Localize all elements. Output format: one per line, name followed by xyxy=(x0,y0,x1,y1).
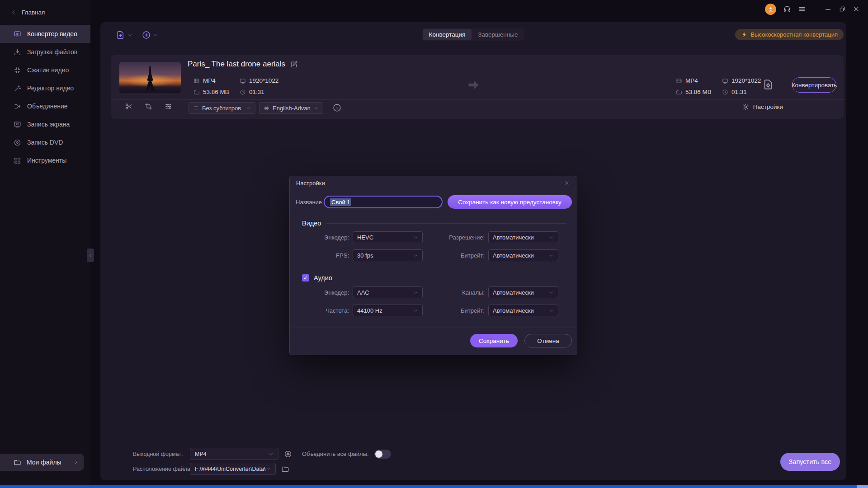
audio-channels-field: Каналы: Автоматически xyxy=(439,286,558,298)
audio-encoder-field: Энкодер: AAC xyxy=(304,286,423,298)
taskbar-strip-highlight xyxy=(857,485,868,488)
section-divider xyxy=(326,223,566,224)
select-value: 30 fps xyxy=(357,252,373,259)
format-settings-icon[interactable] xyxy=(284,450,292,458)
sidebar-my-files[interactable]: Мои файлы xyxy=(0,454,84,471)
chevron-right-icon xyxy=(73,460,79,465)
sidebar-item-video-editor[interactable]: Редактор видео xyxy=(0,79,90,97)
sidebar-item-toolbox[interactable]: Инструменты xyxy=(0,151,90,169)
user-avatar[interactable] xyxy=(765,4,776,15)
subtitle-value: Без субтитров xyxy=(202,105,241,112)
taskbar-strip xyxy=(0,485,868,488)
video-encoder-select[interactable]: HEVC xyxy=(353,231,423,243)
field-label: Разрешение: xyxy=(439,234,485,241)
back-label: Главная xyxy=(22,9,45,16)
merge-icon xyxy=(14,103,21,110)
audio-bitrate-select[interactable]: Автоматически xyxy=(488,305,558,316)
field-label: Энкодер: xyxy=(304,289,349,296)
minimize-icon[interactable] xyxy=(824,5,832,13)
duration-icon xyxy=(240,89,246,95)
output-format-select[interactable]: MP4 xyxy=(190,448,278,460)
chevron-down-icon xyxy=(549,290,554,295)
output-format-value: MP4 xyxy=(195,451,207,457)
sidebar-item-label: Сжатие видео xyxy=(27,66,69,74)
audio-channels-select[interactable]: Автоматически xyxy=(488,286,558,298)
source-meta: MP4 1920*1022 53.86 MB 01:31 xyxy=(193,75,278,98)
sidebar: Главная Конвертер видео Загрузка файлов … xyxy=(0,0,90,488)
preset-name-input[interactable]: Свой 1 xyxy=(324,196,443,208)
card-divider xyxy=(111,99,844,100)
tab-finished[interactable]: Завершенные xyxy=(472,29,524,40)
convert-direction-arrow-icon xyxy=(466,78,481,92)
subtitle-icon xyxy=(193,105,199,111)
video-bitrate-select[interactable]: Автоматически xyxy=(488,249,558,261)
card-settings-button[interactable]: Настройки xyxy=(742,103,783,111)
dialog-close-icon[interactable] xyxy=(564,180,571,186)
merge-all-toggle[interactable] xyxy=(374,450,391,459)
output-duration: 01:31 xyxy=(731,89,747,95)
folder-icon xyxy=(14,459,21,466)
video-thumbnail[interactable] xyxy=(119,62,181,93)
my-files-label: Мои файлы xyxy=(27,459,61,466)
audio-samplerate-field: Частота: 44100 Hz xyxy=(304,305,423,316)
file-location-label: Расположение файла: xyxy=(133,466,186,472)
menu-icon[interactable] xyxy=(798,5,806,13)
save-as-new-preset-button[interactable]: Сохранить как новую предустановку xyxy=(448,195,572,209)
close-icon[interactable] xyxy=(853,5,860,13)
run-all-button[interactable]: Запустить все xyxy=(780,453,840,471)
lightning-bolt-icon xyxy=(741,32,747,38)
effects-sliders-icon[interactable] xyxy=(165,103,172,110)
sidebar-item-video-compress[interactable]: Сжатие видео xyxy=(0,61,90,79)
subtitle-select[interactable]: Без субтитров xyxy=(189,102,255,114)
output-file-settings-icon[interactable] xyxy=(762,79,774,90)
field-label: Каналы: xyxy=(439,289,485,296)
restore-icon[interactable] xyxy=(839,5,846,13)
dialog-save-button[interactable]: Сохранить xyxy=(470,334,518,347)
file-location-value: F:\#\444\UniConverter\Data\( xyxy=(195,466,266,472)
sidebar-item-dvd-burn[interactable]: Запись DVD xyxy=(0,133,90,151)
file-location-select[interactable]: F:\#\444\UniConverter\Data\( xyxy=(190,463,276,475)
chevron-down-icon xyxy=(413,290,418,295)
toggle-knob xyxy=(375,450,382,458)
info-icon[interactable] xyxy=(332,103,342,113)
chevron-left-icon xyxy=(11,9,17,15)
field-label: Энкодер: xyxy=(304,234,349,241)
open-folder-icon[interactable] xyxy=(281,465,289,473)
video-resolution-select[interactable]: Автоматически xyxy=(488,231,558,243)
output-size: 53.86 MB xyxy=(685,89,712,95)
audio-track-value: English-Advan... xyxy=(273,105,311,112)
trim-scissors-icon[interactable] xyxy=(125,103,132,110)
file-title: Paris_ The last drone aerials xyxy=(188,60,285,69)
audio-samplerate-select[interactable]: 44100 Hz xyxy=(353,305,423,316)
audio-track-select[interactable]: English-Advan... xyxy=(259,102,323,114)
video-converter-icon xyxy=(14,30,21,38)
video-resolution-field: Разрешение: Автоматически xyxy=(439,231,558,243)
convert-button[interactable]: Конвертировать xyxy=(792,77,836,93)
gear-icon xyxy=(742,103,750,111)
chevron-down-icon xyxy=(246,106,251,111)
chevron-left-icon xyxy=(88,253,93,258)
audio-enabled-checkbox[interactable]: ✓ xyxy=(302,274,309,282)
chevron-down-icon xyxy=(549,253,554,258)
audio-encoder-select[interactable]: AAC xyxy=(353,286,423,298)
headset-icon[interactable] xyxy=(783,5,791,13)
sidebar-item-screen-record[interactable]: Запись экрана xyxy=(0,115,90,133)
dialog-cancel-button[interactable]: Отмена xyxy=(524,334,572,347)
sidebar-item-merge[interactable]: Объединение xyxy=(0,97,90,115)
sidebar-item-label: Объединение xyxy=(27,103,68,110)
chevron-down-icon xyxy=(266,466,271,471)
dvd-icon xyxy=(14,139,21,146)
tab-converting[interactable]: Конвертация xyxy=(423,29,472,40)
highspeed-conversion-toggle[interactable]: Высокоскоростная конвертация xyxy=(735,29,844,40)
sidebar-collapse-handle[interactable] xyxy=(87,249,94,262)
sidebar-back-home[interactable]: Главная xyxy=(0,0,90,25)
edit-title-icon[interactable] xyxy=(290,61,298,68)
titlebar xyxy=(90,0,868,18)
sidebar-item-file-download[interactable]: Загрузка файлов xyxy=(0,43,90,61)
video-section-title: Видео xyxy=(302,220,321,227)
crop-icon[interactable] xyxy=(145,103,152,110)
select-value: HEVC xyxy=(357,234,373,241)
video-encoder-field: Энкодер: HEVC xyxy=(304,231,423,243)
sidebar-item-video-converter[interactable]: Конвертер видео xyxy=(0,25,90,43)
video-fps-select[interactable]: 30 fps xyxy=(353,249,423,261)
